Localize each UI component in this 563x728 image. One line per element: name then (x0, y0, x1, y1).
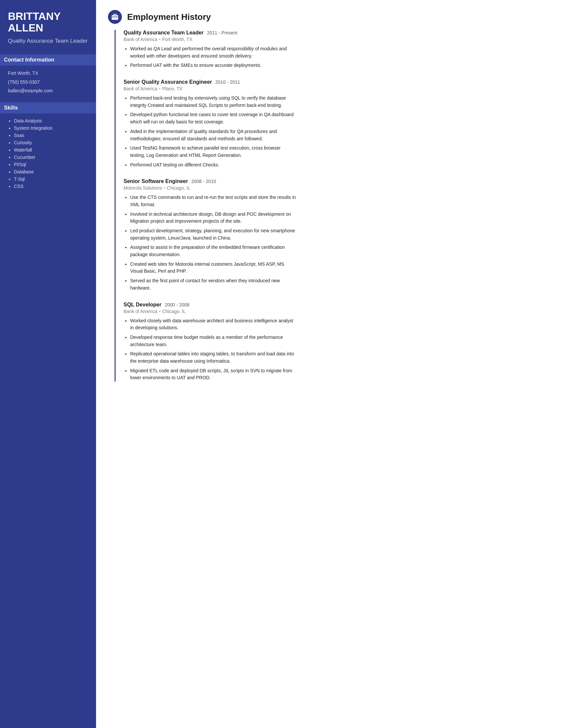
company-location: Fort Worth, TX (162, 37, 192, 42)
bullet-item: Developed python functional test cases t… (130, 111, 296, 125)
job-company: Bank of America•Chicago, IL (123, 309, 296, 314)
skill-item: CSS (14, 184, 88, 189)
dot-separator: • (159, 37, 161, 42)
job-title: SQL Developer (123, 302, 161, 308)
employment-timeline: Quality Assurance Team Leader2011 - Pres… (115, 30, 296, 382)
bullet-item: Performed UAT with the SMEs to ensure ac… (130, 62, 296, 69)
job-company: Bank of America•Fort Worth, TX (123, 37, 296, 42)
company-location: Plano, TX (162, 86, 182, 91)
bullet-item: Worked as QA Lead and performed the over… (130, 45, 296, 60)
job-title-row: Senior Quality Assurance Engineer2010 - … (123, 79, 296, 85)
skills-header: Skills (0, 102, 96, 114)
skills-section: Skills Data AnalysisSystem IntegrationSs… (8, 102, 88, 189)
job-dates: 2011 - Present (207, 30, 237, 35)
company-name: Bank of America (123, 37, 157, 42)
employment-icon (108, 10, 122, 24)
bullet-item: Worked closely with data warehouse archi… (130, 317, 296, 332)
job-entry: Senior Quality Assurance Engineer2010 - … (123, 79, 296, 168)
company-name: Motorola Solutions (123, 185, 162, 191)
skills-list: Data AnalysisSystem IntegrationSsasCurio… (8, 118, 88, 189)
employment-section-title: Employment History (127, 12, 211, 22)
contact-phone: (750) 555-0307 (8, 79, 88, 86)
job-title-row: Quality Assurance Team Leader2011 - Pres… (123, 30, 296, 36)
company-name: Bank of America (123, 309, 157, 314)
svg-rect-0 (112, 15, 118, 20)
job-company: Motorola Solutions•Chicago, IL (123, 185, 296, 191)
skill-item: System Integration (14, 125, 88, 131)
bullet-item: Performed UAT testing on different Check… (130, 161, 296, 169)
bullet-item: Created web sites for Motorola internal … (130, 261, 296, 275)
job-entry: Senior Software Engineer2008 - 2010Motor… (123, 178, 296, 292)
company-name: Bank of America (123, 86, 157, 91)
job-bullets: Performed back-end testing by extensivel… (123, 95, 296, 168)
skill-item: Pl/Sql (14, 162, 88, 167)
job-title: Senior Software Engineer (123, 178, 188, 184)
bullet-item: Use the CTS commands to run and re-run t… (130, 194, 296, 208)
bullet-item: Replicated operational tables into stagi… (130, 350, 296, 365)
bullet-item: Used TestNG framework to achieve paralle… (130, 145, 296, 159)
job-entry: SQL Developer2000 - 2008Bank of America•… (123, 302, 296, 382)
skill-item: Cucumber (14, 155, 88, 160)
job-bullets: Worked closely with data warehouse archi… (123, 317, 296, 382)
job-title: Quality Assurance Team Leader (123, 30, 204, 36)
bullet-item: Migrated ETL code and deployed DB script… (130, 367, 296, 382)
job-bullets: Worked as QA Lead and performed the over… (123, 45, 296, 69)
dot-separator: • (164, 185, 165, 191)
bullet-item: Assigned to assist in the preparation of… (130, 244, 296, 258)
employment-header-row: Employment History (108, 10, 296, 24)
first-name: BRITTANY (8, 10, 61, 22)
bullet-item: Served as the first point of contact for… (130, 277, 296, 292)
dot-separator: • (159, 86, 161, 91)
contact-email: ballen@example.com (8, 88, 88, 94)
main-content: Employment History Quality Assurance Tea… (96, 0, 308, 728)
contact-section: Contact Information Fort Worth, TX (750)… (8, 54, 88, 94)
company-location: Chicago, IL (162, 309, 186, 314)
company-location: Chicago, IL (167, 185, 190, 191)
last-name: ALLEN (8, 22, 43, 34)
skill-item: Ssas (14, 133, 88, 138)
job-title: Senior Quality Assurance Engineer (123, 79, 212, 85)
job-title-row: SQL Developer2000 - 2008 (123, 302, 296, 308)
contact-header: Contact Information (0, 54, 96, 66)
job-bullets: Use the CTS commands to run and re-run t… (123, 194, 296, 292)
job-dates: 2010 - 2011 (215, 79, 240, 85)
bullet-item: Performed back-end testing by extensivel… (130, 95, 296, 109)
dot-separator: • (159, 309, 161, 314)
skill-item: Waterfall (14, 147, 88, 153)
bullet-item: Developed response time budget models as… (130, 334, 296, 348)
sidebar: BRITTANY ALLEN Quality Assurance Team Le… (0, 0, 96, 728)
skill-item: Curiosity (14, 140, 88, 145)
full-name: BRITTANY ALLEN (8, 11, 88, 34)
name-section: BRITTANY ALLEN Quality Assurance Team Le… (8, 11, 88, 45)
bullet-item: Led product development, strategy, plann… (130, 227, 296, 242)
job-entry: Quality Assurance Team Leader2011 - Pres… (123, 30, 296, 69)
skill-item: Database (14, 169, 88, 174)
job-dates: 2000 - 2008 (164, 302, 189, 307)
skill-item: T-Sql (14, 176, 88, 182)
job-title-row: Senior Software Engineer2008 - 2010 (123, 178, 296, 184)
job-dates: 2008 - 2010 (191, 179, 216, 184)
contact-location: Fort Worth, TX (8, 70, 88, 77)
job-title: Quality Assurance Team Leader (8, 37, 88, 45)
bullet-item: Aided in the implementation of quality s… (130, 128, 296, 142)
skill-item: Data Analysis (14, 118, 88, 123)
bullet-item: Involved in technical architecture desig… (130, 211, 296, 225)
job-company: Bank of America•Plano, TX (123, 86, 296, 91)
